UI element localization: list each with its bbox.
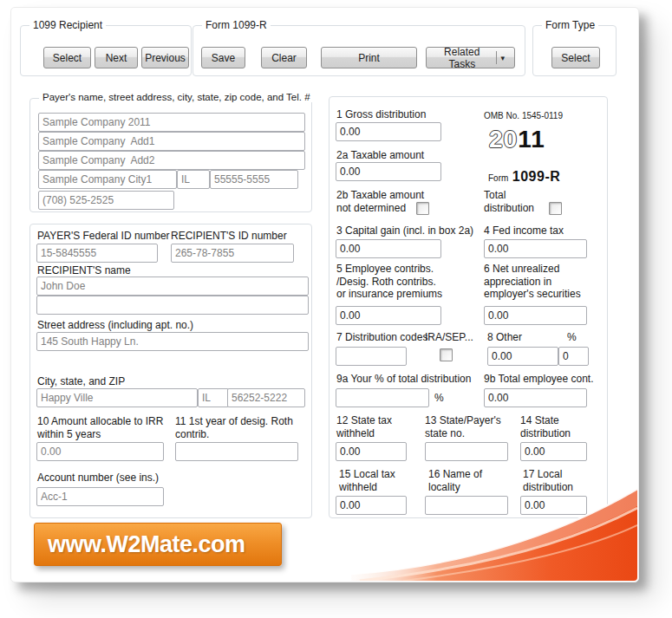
box11-input[interactable] bbox=[175, 442, 298, 461]
payer-state-input[interactable] bbox=[177, 170, 210, 189]
print-button[interactable]: Print bbox=[321, 47, 417, 68]
box13-label: 13 State/Payer's state no. bbox=[425, 414, 501, 439]
recipient-previous-button[interactable]: Previous bbox=[141, 47, 189, 68]
payer-name-input[interactable] bbox=[38, 113, 305, 132]
recipient-group-title: 1099 Recipient bbox=[29, 19, 106, 31]
box4-label: 4 Fed income tax bbox=[484, 224, 564, 237]
form-word: Form bbox=[488, 173, 508, 183]
payer-phone-input[interactable] bbox=[38, 191, 174, 210]
w2mate-url-text: www.W2Mate.com bbox=[35, 531, 245, 558]
recipient-id-input[interactable] bbox=[171, 244, 294, 263]
box8-percent-input[interactable] bbox=[558, 347, 589, 366]
box10-input[interactable] bbox=[36, 442, 164, 461]
box8-label: 8 Other bbox=[487, 331, 522, 344]
recipient-zip-input[interactable] bbox=[227, 388, 305, 407]
account-number-label: Account number (see ins.) bbox=[37, 472, 159, 485]
box8-percent-label: % bbox=[567, 331, 577, 344]
box2b-checkbox[interactable] bbox=[416, 202, 429, 215]
payer-address2-input[interactable] bbox=[38, 151, 305, 170]
box4-input[interactable] bbox=[484, 239, 587, 258]
form-actions-group: Form 1099-R Save Clear Print Related Tas… bbox=[192, 25, 525, 76]
related-tasks-label: Related Tasks bbox=[434, 46, 491, 70]
recipient-id-label: RECIPIENT'S ID number bbox=[171, 230, 287, 243]
recipient-select-button[interactable]: Select bbox=[43, 47, 91, 68]
box11-label: 11 1st year of desig. Roth contrib. bbox=[175, 415, 310, 440]
form-1099r-group: 1 Gross distribution OMB No. 1545-0119 2… bbox=[329, 96, 608, 518]
box12-label: 12 State tax withheld bbox=[336, 414, 392, 439]
form-number-label: Form 1099-R bbox=[488, 169, 560, 185]
form-actions-group-title: Form 1099-R bbox=[202, 19, 271, 31]
w2mate-form-window: 1099 Recipient Select Next Previous Form… bbox=[10, 7, 639, 582]
street-input[interactable] bbox=[36, 332, 309, 351]
w2mate-banner[interactable]: www.W2Mate.com bbox=[34, 523, 282, 566]
box2a-input[interactable] bbox=[336, 162, 441, 181]
swoosh-graphic bbox=[351, 484, 637, 581]
form-type-group: Form Type Select bbox=[532, 25, 617, 76]
save-button[interactable]: Save bbox=[201, 47, 245, 68]
box7-input[interactable] bbox=[336, 347, 407, 366]
recipient-name-label: RECIPIENT'S name bbox=[37, 264, 131, 277]
form-number: 1099-R bbox=[512, 169, 560, 184]
city-state-zip-label: City, state, and ZIP bbox=[37, 375, 125, 388]
box3-input[interactable] bbox=[336, 239, 441, 258]
recipient-city-input[interactable] bbox=[36, 388, 198, 407]
account-number-input[interactable] bbox=[36, 487, 164, 506]
payer-zip-input[interactable] bbox=[210, 170, 298, 189]
box8-input[interactable] bbox=[487, 347, 558, 366]
related-tasks-button[interactable]: Related Tasks ▾ bbox=[426, 47, 515, 68]
box9a-label: 9a Your % of total distribution bbox=[336, 373, 471, 386]
box14-input[interactable] bbox=[520, 442, 587, 461]
box5-label: 5 Employee contribs. /Desig. Roth contri… bbox=[336, 263, 442, 301]
box9b-input[interactable] bbox=[484, 388, 587, 407]
box9a-input[interactable] bbox=[336, 388, 429, 407]
recipient-name-input[interactable] bbox=[36, 276, 309, 296]
box1-label: 1 Gross distribution bbox=[336, 108, 426, 121]
box14-label: 14 State distribution bbox=[520, 414, 571, 439]
tax-year-label: 2011 bbox=[489, 126, 545, 153]
omb-number-label: OMB No. 1545-0119 bbox=[484, 111, 563, 121]
swoosh-svg bbox=[351, 484, 637, 581]
ira-sep-checkbox[interactable] bbox=[440, 348, 453, 361]
box6-input[interactable] bbox=[484, 306, 587, 325]
form-type-group-title: Form Type bbox=[542, 19, 598, 31]
recipient-state-input[interactable] bbox=[198, 388, 229, 407]
box6-label: 6 Net unrealized appreciation in employe… bbox=[484, 263, 581, 301]
payer-group-title: Payer's name, street address, city, stat… bbox=[39, 92, 314, 102]
box7-label: 7 Distribution codes bbox=[336, 331, 427, 344]
box3-label: 3 Capital gain (incl. in box 2a) bbox=[336, 224, 473, 237]
recipient-name2-input[interactable] bbox=[36, 296, 309, 315]
form-type-select-button[interactable]: Select bbox=[551, 47, 600, 68]
box2b-label: 2b Taxable amount not determined bbox=[336, 189, 424, 214]
recipient-group: 1099 Recipient Select Next Previous bbox=[20, 25, 192, 76]
total-distribution-checkbox[interactable] bbox=[549, 202, 562, 215]
street-label: Street address (including apt. no.) bbox=[37, 319, 193, 332]
recipient-next-button[interactable]: Next bbox=[95, 47, 138, 68]
box13-input[interactable] bbox=[425, 442, 508, 461]
ira-sep-label: IRA/SEP... bbox=[425, 331, 473, 344]
box9a-percent-label: % bbox=[434, 392, 444, 405]
recipient-info-group: PAYER'S Federal ID number RECIPIENT'S ID… bbox=[29, 224, 312, 518]
payer-fed-id-input[interactable] bbox=[36, 244, 158, 263]
tax-year-outline: 20 bbox=[489, 126, 518, 153]
box2a-label: 2a Taxable amount bbox=[336, 149, 424, 162]
box1-input[interactable] bbox=[336, 122, 441, 141]
dropdown-arrow-icon[interactable]: ▾ bbox=[496, 54, 509, 62]
tax-year-solid: 11 bbox=[518, 126, 545, 153]
payer-address1-input[interactable] bbox=[38, 132, 305, 151]
box10-label: 10 Amount allocable to IRR within 5 year… bbox=[37, 415, 180, 440]
box5-input[interactable] bbox=[336, 306, 441, 325]
total-distribution-label: Total distribution bbox=[484, 189, 534, 214]
payer-fed-id-label: PAYER'S Federal ID number bbox=[37, 230, 170, 243]
box9b-label: 9b Total employee cont. bbox=[484, 373, 594, 386]
box12-input[interactable] bbox=[336, 442, 407, 461]
payer-city-input[interactable] bbox=[38, 170, 177, 189]
clear-button[interactable]: Clear bbox=[261, 47, 307, 68]
payer-info-group: Payer's name, street address, city, stat… bbox=[29, 98, 312, 212]
